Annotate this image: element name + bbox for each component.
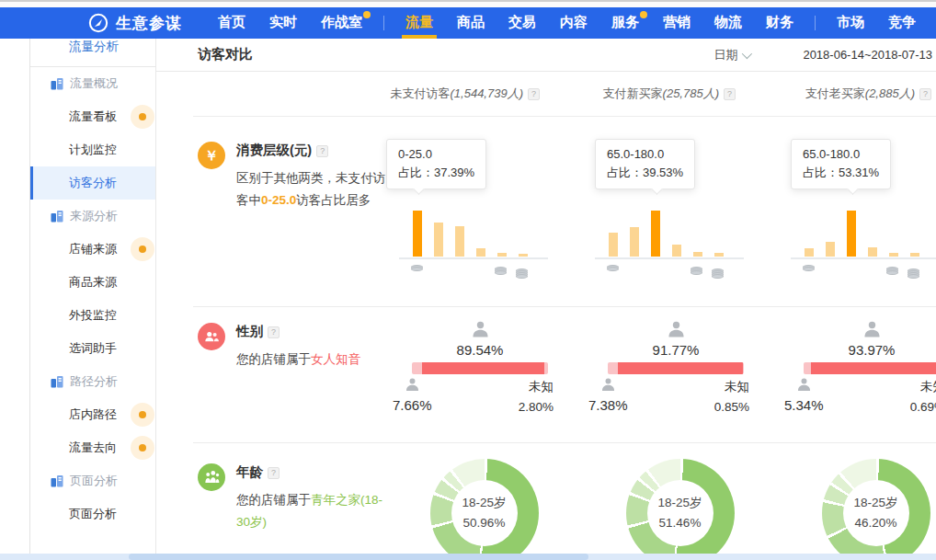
sidebar-item-页面分析[interactable]: 页面分析: [30, 497, 155, 531]
gender-chart: 93.97%5.34%未知0.69%: [804, 320, 936, 417]
female-percentage: 91.77%: [608, 342, 744, 358]
coin: [886, 270, 898, 275]
bar-segment[interactable]: [630, 227, 639, 257]
age-donut-chart[interactable]: 18-25岁46.20%: [822, 459, 930, 560]
sidebar-item-流量概况[interactable]: 流量概况: [30, 67, 155, 100]
sidebar-item-访客分析[interactable]: 访客分析: [30, 166, 155, 200]
male-bar-segment[interactable]: [804, 362, 811, 374]
age-donut-chart[interactable]: 18-25岁50.96%: [430, 459, 539, 560]
sidebar-item-计划监控[interactable]: 计划监控: [30, 133, 155, 166]
page-body: 流量分析 流量概况流量看板计划监控访客分析来源分析店铺来源商品来源外投监控选词助…: [0, 39, 936, 560]
coin-stack-icon: [516, 271, 528, 279]
brand[interactable]: 生意参谋: [88, 13, 182, 34]
horizontal-scrollbar[interactable]: [0, 554, 936, 560]
gender-stacked-bar[interactable]: [412, 362, 548, 374]
sidebar-item-页面分析[interactable]: 页面分析: [30, 464, 155, 497]
bar-segment[interactable]: [826, 242, 835, 257]
unknown-bar-segment[interactable]: [743, 362, 744, 374]
column-name: 支付新买家: [603, 86, 663, 100]
horizontal-scrollbar-thumb[interactable]: [129, 554, 588, 560]
bar-segment[interactable]: [455, 226, 464, 257]
bar-segment[interactable]: [413, 211, 422, 257]
coin: [411, 267, 423, 271]
nav-item-内容[interactable]: 内容: [548, 7, 599, 39]
sidebar-item-流量看板[interactable]: 流量看板: [30, 100, 155, 133]
nav-item-竞争[interactable]: 竞争: [876, 7, 928, 39]
sidebar-item-外投监控[interactable]: 外投监控: [30, 299, 155, 332]
bar-segment[interactable]: [889, 253, 898, 257]
row-title-line: 性别?: [236, 323, 389, 340]
coin-stack-icon: [803, 268, 815, 271]
notification-dot: [131, 105, 154, 129]
gender-stacked-bar[interactable]: [804, 362, 936, 374]
nav-divider: [383, 16, 384, 30]
sidebar-item-店内路径[interactable]: 店内路径: [30, 398, 155, 431]
content-header: 访客对比 日期 2018-06-14~2018-07-13: [156, 39, 936, 72]
bar-segment[interactable]: [519, 254, 528, 257]
bar-segment[interactable]: [693, 252, 702, 257]
female-bar-segment[interactable]: [422, 362, 544, 374]
gender-stacked-bar[interactable]: [608, 362, 744, 374]
notification-dot: [131, 403, 154, 427]
help-icon[interactable]: ?: [316, 145, 328, 157]
sidebar-item-店铺来源[interactable]: 店铺来源: [30, 233, 155, 266]
bar-segment[interactable]: [672, 245, 681, 257]
date-dropdown[interactable]: 日期: [713, 47, 749, 63]
nav-item-财务[interactable]: 财务: [754, 7, 805, 39]
sidebar-item-来源分析[interactable]: 来源分析: [30, 200, 155, 233]
consumption-chart-支付老买家: 65.0-180.0占比：53.31%: [778, 117, 936, 306]
bar-segment[interactable]: [714, 253, 724, 257]
unknown-block: 未知2.80%: [519, 377, 554, 417]
sidebar: 流量分析 流量概况流量看板计划监控访客分析来源分析店铺来源商品来源外投监控选词助…: [30, 39, 156, 560]
help-icon[interactable]: ?: [919, 88, 931, 100]
bar-segment[interactable]: [651, 211, 660, 257]
male-bar-segment[interactable]: [608, 362, 618, 374]
nav-item-实时[interactable]: 实时: [257, 7, 309, 39]
sidebar-item-商品来源[interactable]: 商品来源: [30, 266, 155, 299]
help-icon[interactable]: ?: [528, 88, 540, 100]
bar-segment[interactable]: [609, 233, 618, 257]
sidebar-item-选词助手[interactable]: 选词助手: [30, 332, 155, 365]
coin-stack-icon: [411, 268, 423, 271]
building-icon: [51, 474, 63, 487]
bar-segment[interactable]: [868, 247, 877, 257]
bar-segment[interactable]: [805, 248, 814, 257]
sidebar-item-路径分析[interactable]: 路径分析: [30, 365, 155, 398]
row-title: 性别: [236, 324, 263, 338]
bar-segment[interactable]: [910, 253, 919, 257]
nav-item-流量[interactable]: 流量: [394, 7, 445, 39]
help-icon[interactable]: ?: [268, 467, 280, 479]
desc-segment: 您的店铺属于: [236, 352, 311, 366]
column-header-未支付访客: 未支付访客(1,544,739人)?: [386, 86, 582, 102]
bar-segment[interactable]: [434, 223, 443, 257]
bar-segment[interactable]: [476, 248, 485, 257]
sidebar-item-流量去向[interactable]: 流量去向: [30, 431, 155, 464]
nav-item-交易[interactable]: 交易: [497, 7, 548, 39]
female-person-icon: [667, 320, 686, 339]
donut-center-value: 46.20%: [855, 513, 897, 533]
help-icon[interactable]: ?: [268, 326, 280, 338]
row-description: 区别于其他两类，未支付访客中0-25.0访客占比居多: [236, 167, 389, 212]
nav-item-作战室[interactable]: 作战室: [309, 7, 374, 39]
nav-item-营销[interactable]: 营销: [651, 7, 702, 39]
consumption-icon: ￥: [198, 142, 225, 169]
female-bar-segment[interactable]: [811, 362, 936, 374]
nav-item-市场[interactable]: 市场: [825, 7, 876, 39]
sidebar-item-traffic-analysis[interactable]: 流量分析: [30, 35, 155, 67]
bar-segment[interactable]: [847, 211, 856, 257]
column-headers: 未支付访客(1,544,739人)?支付新买家(25,785人)?支付老买家(2…: [193, 72, 936, 117]
female-bar-segment[interactable]: [618, 362, 743, 374]
brand-name: 生意参谋: [116, 13, 182, 34]
nav-item-首页[interactable]: 首页: [206, 7, 257, 39]
unknown-bar-segment[interactable]: [544, 362, 548, 374]
male-bar-segment[interactable]: [412, 362, 422, 374]
help-icon[interactable]: ?: [724, 88, 736, 100]
age-donut-chart[interactable]: 18-25岁51.46%: [626, 459, 735, 560]
date-range-value[interactable]: 2018-06-14~2018-07-13: [803, 48, 932, 62]
nav-item-物流[interactable]: 物流: [702, 7, 754, 39]
nav-item-服务[interactable]: 服务: [599, 7, 651, 39]
bar-segment[interactable]: [497, 253, 507, 257]
bar-chart: [413, 209, 528, 257]
row-description: 您的店铺属于女人知音: [236, 349, 389, 371]
nav-item-商品[interactable]: 商品: [445, 7, 497, 39]
